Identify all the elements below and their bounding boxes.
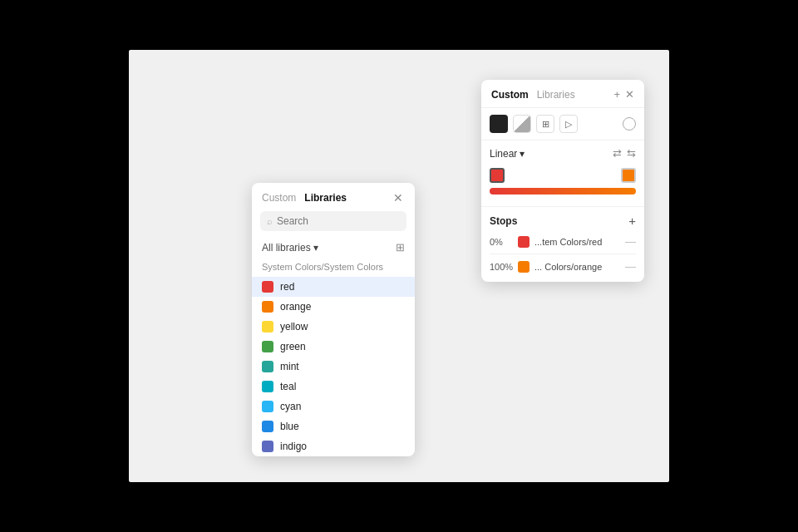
list-item: 0% ...tem Colors/red — xyxy=(490,233,636,250)
opacity-icon[interactable] xyxy=(623,117,636,131)
stops-title: Stops xyxy=(490,215,517,227)
stops-header: Stops + xyxy=(490,210,636,233)
stop-name: ... Colors/orange xyxy=(534,262,620,272)
list-item[interactable]: green xyxy=(252,337,415,357)
tab-fill-libraries[interactable]: Libraries xyxy=(537,89,575,101)
list-item[interactable]: yellow xyxy=(252,317,415,337)
close-icon[interactable]: ✕ xyxy=(392,191,405,204)
list-item[interactable]: cyan xyxy=(252,397,415,416)
color-name: blue xyxy=(280,421,299,432)
color-swatch xyxy=(262,361,273,372)
fill-header: Custom Libraries + ✕ xyxy=(481,80,644,108)
list-item[interactable]: red xyxy=(252,277,415,297)
color-swatch xyxy=(262,301,273,313)
add-icon[interactable]: + xyxy=(613,88,620,101)
canvas: Custom Libraries ✕ ⌕ All libraries ▾ ⊞ S… xyxy=(129,50,669,482)
list-item[interactable]: teal xyxy=(252,377,415,397)
tab-fill-custom[interactable]: Custom xyxy=(491,89,529,101)
color-name: red xyxy=(280,281,294,293)
fill-type-row: ⊞ ▷ xyxy=(481,108,644,140)
color-name: cyan xyxy=(280,401,301,412)
stops-section: Stops + 0% ...tem Colors/red — 100% ... … xyxy=(481,210,644,282)
close-fill-icon[interactable]: ✕ xyxy=(625,88,634,101)
libraries-panel-header: Custom Libraries ✕ xyxy=(252,183,415,211)
solid-fill-btn[interactable] xyxy=(490,115,508,133)
color-swatch xyxy=(262,441,273,452)
gradient-bar xyxy=(490,188,636,195)
gradient-stop-start[interactable] xyxy=(490,168,505,183)
remove-stop-button[interactable]: — xyxy=(625,260,636,273)
libraries-panel: Custom Libraries ✕ ⌕ All libraries ▾ ⊞ S… xyxy=(252,183,415,456)
color-name: green xyxy=(280,341,306,352)
image-fill-btn[interactable]: ⊞ xyxy=(536,115,554,133)
color-swatch xyxy=(262,321,273,332)
search-inner: ⌕ xyxy=(260,211,406,231)
all-libraries-label[interactable]: All libraries ▾ xyxy=(262,242,318,254)
color-name: mint xyxy=(280,361,299,372)
divider xyxy=(481,206,644,207)
list-item[interactable]: mint xyxy=(252,357,415,377)
gradient-control-row: Linear ▾ ⇄ ⇆ xyxy=(481,140,644,163)
fill-header-actions: + ✕ xyxy=(613,88,634,101)
list-item: 100% ... Colors/orange — xyxy=(490,258,636,275)
list-item[interactable]: indigo xyxy=(252,436,415,456)
gradient-label[interactable]: Linear ▾ xyxy=(490,148,525,160)
color-name: yellow xyxy=(280,321,308,332)
gradient-preview-row xyxy=(481,163,644,203)
fill-tabs: Custom Libraries xyxy=(491,89,575,101)
list-item[interactable]: orange xyxy=(252,297,415,317)
search-container: ⌕ xyxy=(252,211,415,238)
add-stop-button[interactable]: + xyxy=(628,214,636,228)
stop-percent: 0% xyxy=(490,237,513,247)
color-swatch xyxy=(262,421,273,432)
grid-icon[interactable]: ⊞ xyxy=(396,241,405,254)
color-name: indigo xyxy=(280,441,307,452)
libraries-tabs: Custom Libraries xyxy=(262,192,347,204)
stop-percent: 100% xyxy=(490,262,513,272)
flip-v-icon[interactable]: ⇆ xyxy=(627,147,636,160)
search-icon: ⌕ xyxy=(267,216,273,226)
gradient-actions: ⇄ ⇆ xyxy=(613,147,636,160)
tab-libraries[interactable]: Libraries xyxy=(304,192,347,204)
color-list: redorangeyellowgreenminttealcyanblueindi… xyxy=(252,277,415,456)
tab-custom[interactable]: Custom xyxy=(262,192,296,204)
search-input[interactable] xyxy=(277,215,400,227)
video-fill-btn[interactable]: ▷ xyxy=(559,115,578,133)
color-swatch xyxy=(262,281,273,293)
divider xyxy=(490,254,636,254)
all-libraries-row: All libraries ▾ ⊞ xyxy=(252,238,415,259)
flip-h-icon[interactable]: ⇄ xyxy=(613,147,622,160)
color-swatch xyxy=(262,401,273,412)
gradient-stop-handles xyxy=(490,168,636,183)
gradient-stop-end[interactable] xyxy=(621,168,636,183)
stops-list: 0% ...tem Colors/red — 100% ... Colors/o… xyxy=(490,233,636,275)
stop-name: ...tem Colors/red xyxy=(534,237,620,247)
remove-stop-button[interactable]: — xyxy=(625,235,636,248)
fill-panel: Custom Libraries + ✕ ⊞ ▷ Linear ▾ ⇄ ⇆ xyxy=(481,80,644,282)
color-swatch xyxy=(262,341,273,352)
color-name: teal xyxy=(280,381,296,392)
gradient-fill-btn[interactable] xyxy=(513,115,531,133)
gradient-chevron-icon: ▾ xyxy=(520,148,525,160)
list-item[interactable]: blue xyxy=(252,416,415,436)
section-title: System Colors/System Colors xyxy=(252,259,415,277)
stop-swatch[interactable] xyxy=(518,236,530,248)
color-name: orange xyxy=(280,301,311,313)
chevron-down-icon: ▾ xyxy=(313,242,318,254)
stop-swatch[interactable] xyxy=(518,261,530,273)
color-swatch xyxy=(262,381,273,392)
